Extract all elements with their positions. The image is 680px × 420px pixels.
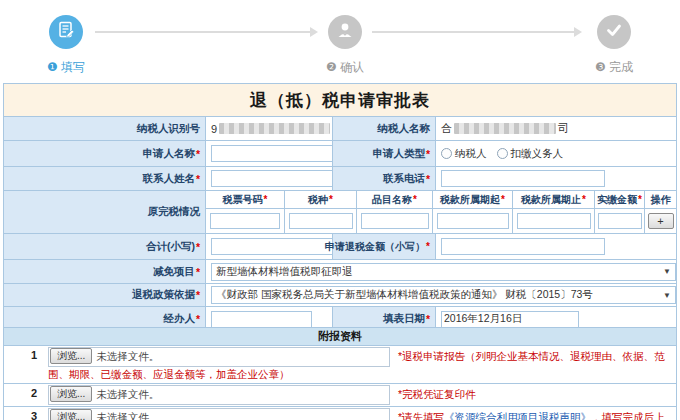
row-policy-basis: 退税政策依据* 《财政部 国家税务总局关于新型墙体材料增值税政策的通知》 财税〔… — [4, 283, 676, 306]
taxpayer-id-label: 纳税人识别号 — [4, 117, 206, 140]
user-icon — [335, 20, 355, 44]
dropdown-arrow-icon: ▼ — [663, 267, 671, 276]
row-contact: 联系人姓名* 联系电话* — [4, 166, 676, 190]
attachment-row-3: 3 浏览...未选择文件。*请先填写《资源综合利用项目退税声明》，填写完成后上传 — [4, 406, 676, 420]
col-header-tax-receipt-no: 税票号码* — [206, 191, 284, 209]
col-header-paid-amount: 实缴金额* — [594, 191, 644, 209]
row-reduction-item: 减免项目* 新型墙体材料增值税即征即退 ▼ — [4, 259, 676, 283]
policy-basis-cell: 《财政部 国家税务总局关于新型墙体材料增值税政策的通知》 财税〔2015〕73号… — [206, 284, 676, 306]
tax-refund-form-table: 退（抵）税申请审批表 纳税人识别号 9 纳税人名称 合司 申请人名称* 申请人类… — [3, 83, 677, 332]
taxpayer-name-label: 纳税人名称 — [333, 117, 436, 140]
contact-phone-cell — [436, 167, 676, 190]
no-file-text: 未选择文件。 — [96, 386, 159, 403]
paid-amount-cell — [594, 209, 644, 233]
tax-type-cell — [284, 209, 356, 233]
step3-label: ❸ 完成 — [574, 59, 654, 76]
fill-date-input[interactable] — [441, 311, 579, 328]
contact-name-input[interactable] — [211, 170, 333, 187]
step-wizard: ❶ 填写 ❷ 确认 ❸ 完成 — [0, 0, 680, 80]
policy-basis-select[interactable]: 《财政部 国家税务总局关于新型墙体材料增值税政策的通知》 财税〔2015〕73号… — [211, 286, 676, 304]
col-header-period-end: 税款所属期止* — [512, 191, 594, 209]
step1-label: ❶ 填写 — [26, 59, 106, 76]
tax-receipt-no-cell — [206, 209, 284, 233]
period-start-input[interactable] — [437, 213, 509, 229]
total-input[interactable] — [211, 238, 333, 255]
applicant-type-label: 申请人类型* — [333, 141, 436, 166]
check-icon — [604, 20, 624, 44]
contact-phone-input[interactable] — [441, 170, 605, 187]
attachment-row-1: 1 浏览...未选择文件。*退税申请报告（列明企业基本情况、退税理由、依据、范围… — [4, 345, 676, 383]
item-name-input[interactable] — [361, 213, 429, 229]
contact-name-cell — [206, 167, 333, 190]
no-file-text: 未选择文件。 — [96, 348, 159, 365]
original-tax-subtable: 税票号码* 税种* 品目名称* 税款所属期起* 税款所属期止* 实缴金额* 操作… — [206, 191, 676, 233]
refund-amount-cell — [436, 234, 676, 259]
no-file-text: 未选择文件。 — [96, 409, 159, 420]
contact-phone-label: 联系电话* — [333, 167, 436, 190]
tax-receipt-no-input[interactable] — [210, 213, 280, 229]
wizard-arrow-2-icon — [574, 27, 582, 37]
wizard-connector-2 — [372, 31, 574, 33]
redacted-taxpayer-id — [219, 123, 330, 134]
step3-circle — [597, 15, 631, 49]
total-label: 合计(小写)* — [4, 234, 206, 259]
reduction-item-select[interactable]: 新型墙体材料增值税即征即退 ▼ — [211, 263, 676, 281]
row-taxpayer: 纳税人识别号 9 纳税人名称 合司 — [4, 116, 676, 140]
attachment-3-content: 浏览...未选择文件。*请先填写《资源综合利用项目退税声明》，填写完成后上传 — [46, 407, 676, 420]
step2-label: ❷ 确认 — [305, 59, 385, 76]
radio-withholding-agent[interactable]: 扣缴义务人 — [497, 147, 564, 161]
applicant-name-input[interactable] — [211, 145, 333, 162]
period-end-cell — [512, 209, 594, 233]
paid-amount-input[interactable] — [598, 213, 642, 229]
period-start-cell — [432, 209, 512, 233]
attachment-2-file-input[interactable]: 浏览...未选择文件。 — [48, 385, 390, 405]
attachment-3-number: 3 — [4, 407, 46, 420]
attachments-title: 附报资料 — [4, 328, 676, 345]
row-applicant: 申请人名称* 申请人类型* 纳税人 扣缴义务人 — [4, 140, 676, 166]
row-total: 合计(小写)* 申请退税金额（小写）* — [4, 233, 676, 259]
radio-circle-icon[interactable] — [441, 148, 452, 159]
attachment-3-file-input[interactable]: 浏览...未选择文件。 — [48, 408, 390, 420]
refund-declaration-link[interactable]: 《资源综合利用项目退税声明》 — [444, 411, 591, 420]
wizard-arrow-1-icon — [310, 27, 318, 37]
form-title: 退（抵）税申请审批表 — [4, 84, 676, 116]
wizard-connector-1 — [95, 31, 310, 33]
attachment-3-note-prefix: *请先填写 — [398, 411, 444, 420]
attachments-table: 附报资料 1 浏览...未选择文件。*退税申请报告（列明企业基本情况、退税理由、… — [3, 327, 677, 420]
attachment-2-note: *完税凭证复印件 — [398, 388, 476, 400]
refund-amount-label: 申请退税金额（小写）* — [333, 234, 436, 259]
original-tax-label: 原完税情况 — [4, 191, 206, 233]
col-header-period-start: 税款所属期起* — [432, 191, 512, 209]
add-row-button[interactable]: + — [648, 213, 674, 229]
taxpayer-id-value: 9 — [206, 117, 333, 140]
step2-circle — [328, 15, 362, 49]
col-header-item-name: 品目名称* — [356, 191, 432, 209]
attachment-2-content: 浏览...未选择文件。*完税凭证复印件 — [46, 384, 676, 406]
document-edit-icon — [56, 20, 76, 44]
item-name-cell — [356, 209, 432, 233]
redacted-taxpayer-name — [454, 123, 556, 134]
attachment-1-number: 1 — [4, 346, 46, 383]
policy-basis-label: 退税政策依据* — [4, 284, 206, 306]
browse-button[interactable]: 浏览... — [50, 386, 92, 402]
handler-input[interactable] — [211, 311, 312, 328]
col-header-operation: 操作 — [644, 191, 676, 209]
attachment-1-file-input[interactable]: 浏览...未选择文件。 — [48, 347, 390, 367]
dropdown-arrow-icon: ▼ — [663, 291, 671, 300]
radio-circle-icon[interactable] — [497, 148, 508, 159]
applicant-name-cell — [206, 141, 333, 166]
applicant-name-label: 申请人名称* — [4, 141, 206, 166]
applicant-type-cell: 纳税人 扣缴义务人 — [436, 141, 676, 166]
radio-taxpayer[interactable]: 纳税人 — [441, 147, 487, 161]
attachment-row-2: 2 浏览...未选择文件。*完税凭证复印件 — [4, 383, 676, 406]
col-header-tax-type: 税种* — [284, 191, 356, 209]
tax-type-input[interactable] — [289, 213, 353, 229]
refund-amount-input[interactable] — [441, 238, 605, 255]
contact-name-label: 联系人姓名* — [4, 167, 206, 190]
browse-button[interactable]: 浏览... — [50, 409, 92, 420]
taxpayer-name-value: 合司 — [436, 117, 676, 140]
attachment-2-number: 2 — [4, 384, 46, 406]
operation-cell: + — [644, 209, 676, 233]
browse-button[interactable]: 浏览... — [50, 348, 92, 364]
period-end-input[interactable] — [517, 213, 591, 229]
